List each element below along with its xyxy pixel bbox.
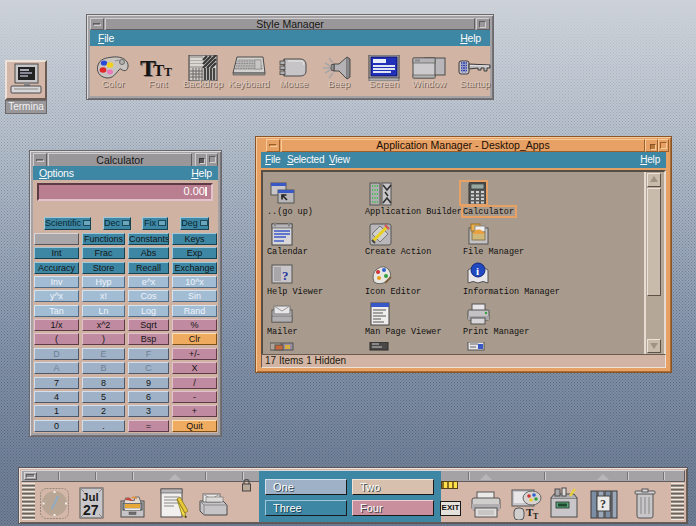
svg-text:i: i	[476, 265, 479, 277]
svg-text:?: ?	[600, 497, 606, 511]
svg-text:T: T	[164, 65, 172, 79]
svg-text:T: T	[533, 512, 539, 520]
svg-text:?: ?	[282, 268, 289, 283]
svg-text:27: 27	[83, 502, 99, 518]
